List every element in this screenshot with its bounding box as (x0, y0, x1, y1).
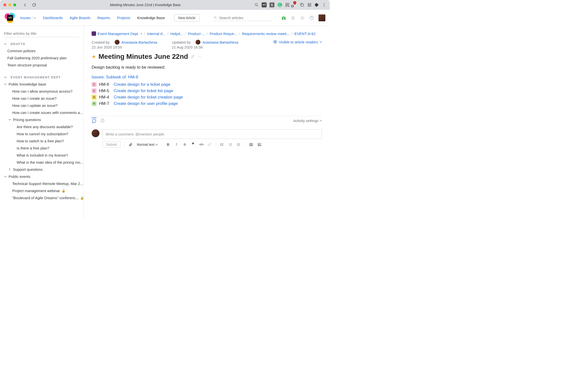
sidebar-event-item[interactable]: Technical Support Remote Meetup, Mar 2..… (0, 180, 84, 187)
sidebar-pricing-item[interactable]: What is the main idea of the pricing mo.… (0, 159, 84, 166)
maximize-window-icon[interactable] (13, 4, 16, 6)
chevron-down-icon: ▾ (141, 32, 142, 35)
link-icon[interactable] (208, 142, 212, 146)
quote-icon[interactable]: ❞ (191, 142, 195, 147)
table-icon[interactable] (249, 142, 254, 146)
comments-tab[interactable] (92, 118, 96, 122)
issue-link[interactable]: Create design for ticket creation page (114, 95, 183, 100)
sidebar-event-item[interactable]: Project management webinar🔒 (0, 187, 84, 194)
search-icon[interactable] (254, 3, 259, 7)
gift-icon[interactable] (281, 16, 286, 20)
issue-row: C HM-5 Create design for ticket list pag… (92, 88, 322, 93)
sidebar-support[interactable]: Support questions (0, 166, 84, 173)
bell-icon[interactable] (290, 16, 296, 20)
nav-reports[interactable]: Reports (97, 16, 110, 20)
nav-issues[interactable]: Issues| (20, 16, 36, 20)
nav-projects[interactable]: Projects (117, 16, 130, 20)
issue-id[interactable]: HM-6 (99, 82, 111, 87)
sidebar-pricing[interactable]: Pricing questions (0, 116, 84, 123)
gear-icon[interactable] (300, 16, 305, 20)
sidebar-event-item[interactable]: "Boulevard of Agile Dreams" conferenc...… (0, 194, 84, 202)
ext-qr-icon[interactable] (285, 3, 290, 7)
sidebar-pricing-item[interactable]: Are there any discounts available? (0, 123, 84, 130)
back-icon[interactable] (23, 3, 28, 7)
star-icon[interactable]: ★ (92, 54, 96, 60)
ext-grid-icon[interactable] (307, 3, 312, 7)
crumb-item[interactable]: Product ... (188, 32, 204, 36)
creator-avatar[interactable] (115, 40, 120, 44)
numbered-list-icon[interactable]: 123 (228, 142, 233, 146)
crumb-item[interactable]: Requirements review meeti... (242, 32, 290, 36)
strike-icon[interactable]: S (182, 142, 187, 146)
bullet-list-icon[interactable] (220, 142, 224, 146)
nav-dashboards[interactable]: Dashboards (43, 16, 63, 20)
reload-icon[interactable] (32, 3, 36, 7)
sidebar-kb-item[interactable]: How can I create issues with comments a.… (0, 109, 84, 116)
sidebar-pricing-item[interactable]: How to switch to a free plan? (0, 138, 84, 144)
search-articles[interactable] (213, 15, 272, 21)
new-article-button[interactable]: New Article (174, 14, 200, 22)
nav-knowledge-base[interactable]: Knowledge Base (137, 16, 165, 20)
crumb-item[interactable]: Product Requir... (210, 32, 237, 36)
issue-id[interactable]: HM-7 (99, 101, 111, 106)
ext-copy-icon[interactable] (300, 3, 304, 7)
issue-link[interactable]: Create design for ticket list page (114, 88, 173, 93)
ext-grammarly-icon[interactable] (277, 2, 282, 7)
ext-s-icon[interactable]: S (270, 2, 274, 7)
search-input[interactable] (219, 16, 272, 20)
creator-link[interactable]: Anastasia Bartasheva (122, 40, 157, 44)
sidebar-section-drafts[interactable]: DRAFTS (0, 39, 84, 47)
checklist-icon[interactable] (237, 142, 241, 146)
sidebar-draft-item[interactable]: Team structure proposal (0, 62, 84, 68)
minimize-window-icon[interactable] (8, 4, 11, 6)
issue-link[interactable]: Create design for user profile page (114, 101, 178, 106)
ext-puzzle-icon[interactable] (314, 3, 319, 7)
text-style-select[interactable]: Normal text (137, 142, 158, 146)
issue-id[interactable]: HM-5 (99, 88, 111, 93)
more-icon[interactable] (198, 54, 202, 59)
sidebar-draft-item[interactable]: Fall Gathering 2020 preliminary plan (0, 54, 84, 62)
sidebar-kb-item[interactable]: How can I update an issue? (0, 102, 84, 109)
issue-link[interactable]: Create design for a ticket page (114, 82, 170, 87)
crumb-current[interactable]: EVENT-A-62 (294, 32, 316, 36)
close-window-icon[interactable] (4, 4, 6, 6)
filter-articles-input[interactable] (4, 30, 80, 37)
crumb-item[interactable]: Helpd... (170, 32, 183, 36)
sidebar-pricing-item[interactable]: What is included in my license? (0, 152, 84, 159)
visibility-selector[interactable]: Visible to article readers (273, 40, 322, 44)
sidebar-pricing-item[interactable]: How to cancel my subscription? (0, 130, 84, 138)
sidebar-section-event-dept[interactable]: EVENT MANAGEMENT DEPT (0, 72, 84, 80)
image-icon[interactable] (258, 142, 262, 146)
ext-yt-icon[interactable]: YT (262, 2, 266, 7)
browser-chrome: Meeting Minutes June 22nd | Knowledge Ba… (0, 0, 330, 10)
history-tab[interactable] (100, 118, 105, 123)
crumb-project[interactable]: Event Management Dept▾ (92, 31, 142, 36)
comment-input[interactable]: Write a comment, @mention people (102, 129, 322, 139)
app-logo[interactable]: YT (4, 12, 16, 24)
ext-shield-icon[interactable]: 1 (292, 1, 297, 9)
crumb-item[interactable]: Internal d... (147, 32, 166, 36)
activity-settings[interactable]: Activity settings (293, 118, 322, 123)
italic-icon[interactable]: I (174, 142, 178, 146)
issue-id[interactable]: HM-4 (99, 95, 111, 100)
updater-link[interactable]: Anastasia Bartasheva (202, 40, 238, 44)
help-icon[interactable] (309, 16, 314, 20)
updater-avatar[interactable] (196, 40, 200, 44)
issues-query-link[interactable]: Issues: Subtask of: HM-8 (92, 75, 322, 80)
ext-menu-icon[interactable] (322, 3, 326, 7)
code-icon[interactable]: </> (199, 143, 204, 146)
bold-icon[interactable]: B (166, 142, 170, 146)
commenter-avatar[interactable] (92, 129, 100, 137)
sidebar-kb-item[interactable]: How can I create an issue? (0, 95, 84, 102)
attach-icon[interactable] (128, 142, 133, 146)
edit-title-icon[interactable] (190, 54, 195, 59)
svg-rect-6 (288, 6, 289, 6)
sidebar-draft-item[interactable]: Common policies (0, 47, 84, 54)
submit-button[interactable]: Submit (102, 141, 120, 148)
sidebar-public-events[interactable]: Public events (0, 173, 84, 180)
sidebar-kb-item[interactable]: How can I allow anonymous access? (0, 88, 84, 95)
user-avatar[interactable] (318, 14, 325, 21)
sidebar-public-kb[interactable]: Public knowledge base (0, 80, 84, 88)
sidebar-pricing-item[interactable]: Is there a free plan? (0, 144, 84, 152)
nav-agile-boards[interactable]: Agile Boards (70, 16, 90, 20)
